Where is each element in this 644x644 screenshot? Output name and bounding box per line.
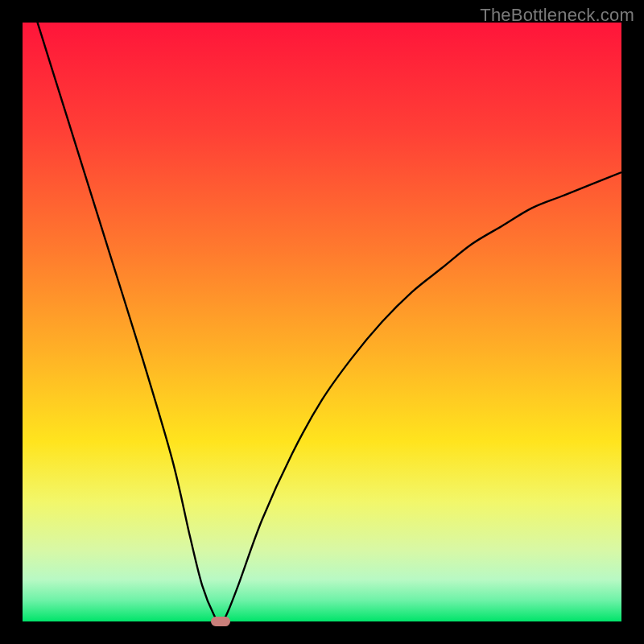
optimal-marker bbox=[211, 617, 230, 626]
curve-path bbox=[23, 23, 621, 621]
chart-frame bbox=[23, 23, 621, 621]
bottleneck-curve bbox=[23, 23, 621, 621]
watermark-label: TheBottleneck.com bbox=[480, 5, 634, 26]
